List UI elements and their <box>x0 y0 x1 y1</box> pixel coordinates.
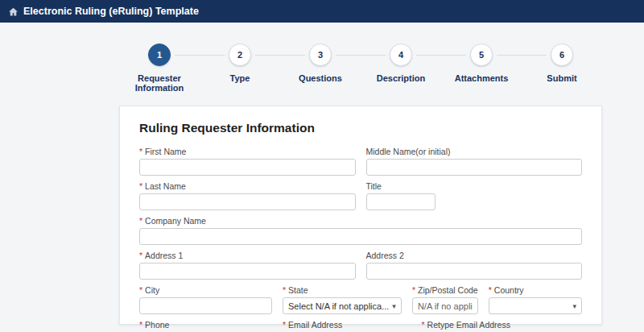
step-questions[interactable]: 3 Questions <box>280 44 361 93</box>
step-label: Description <box>377 73 426 83</box>
field-last-name: *Last Name <box>139 181 356 210</box>
step-circle: 4 <box>390 44 412 66</box>
step-submit[interactable]: 6 Submit <box>522 44 602 93</box>
state-selected-value: Select N/A if not applica... <box>288 301 389 311</box>
field-email: *Email Address <box>283 320 411 332</box>
company-name-input[interactable] <box>139 228 582 245</box>
required-marker: * <box>139 320 142 330</box>
form-row: *Last Name Title <box>139 181 582 210</box>
step-label: Questions <box>299 73 342 83</box>
middle-name-input[interactable] <box>366 159 583 176</box>
country-select[interactable]: ▾ <box>489 297 582 314</box>
middle-name-label: Middle Name(or initial) <box>366 147 583 156</box>
field-title: Title <box>366 181 583 210</box>
wizard-stepper: 1 Requester Information 2 Type 3 Questio… <box>119 44 602 93</box>
required-marker: * <box>139 216 142 226</box>
step-label: Type <box>230 73 250 83</box>
retype-email-label: *Retype Email Address <box>422 320 583 330</box>
app-header: Electronic Ruling (eRuling) Template <box>0 0 644 23</box>
zip-input[interactable] <box>412 297 478 314</box>
zip-label: *Zip/Postal Code <box>412 285 478 295</box>
field-middle-name: Middle Name(or initial) <box>366 147 583 176</box>
form-title: Ruling Requester Information <box>139 121 582 135</box>
field-zip: *Zip/Postal Code <box>412 285 478 314</box>
required-marker: * <box>283 285 286 295</box>
step-label: Submit <box>547 73 576 83</box>
step-circle: 1 <box>148 44 171 66</box>
title-input[interactable] <box>366 193 436 210</box>
last-name-label: *Last Name <box>139 181 356 191</box>
page-title: Electronic Ruling (eRuling) Template <box>23 6 199 17</box>
required-marker: * <box>139 285 142 295</box>
address1-input[interactable] <box>139 263 356 280</box>
step-description[interactable]: 4 Description <box>361 44 441 93</box>
step-circle: 6 <box>551 44 573 66</box>
email-label: *Email Address <box>283 320 411 330</box>
step-label: Attachments <box>455 73 509 83</box>
required-marker: * <box>422 320 425 330</box>
field-first-name: *First Name <box>139 147 356 176</box>
step-circle: 3 <box>309 44 332 66</box>
required-marker: * <box>489 285 492 295</box>
required-marker: * <box>283 320 286 330</box>
form-row: *Company Name <box>139 216 582 245</box>
title-label: Title <box>366 181 583 191</box>
field-retype-email: *Retype Email Address <box>422 320 583 332</box>
address2-input[interactable] <box>366 263 583 280</box>
step-circle: 2 <box>229 44 251 66</box>
city-input[interactable] <box>139 297 272 314</box>
step-label: Requester Information <box>119 73 200 93</box>
home-icon[interactable] <box>8 6 19 17</box>
required-marker: * <box>139 147 142 156</box>
field-address2: Address 2 <box>366 251 583 280</box>
address2-label: Address 2 <box>366 251 583 260</box>
form-row: *Phone *Email Address *Retype Email Addr… <box>139 320 582 332</box>
form-row: *City *State Select N/A if not applica..… <box>139 285 582 314</box>
required-marker: * <box>139 251 142 260</box>
field-country: *Country ▾ <box>489 285 582 314</box>
state-select[interactable]: Select N/A if not applica... ▾ <box>283 297 402 314</box>
form-row: *First Name Middle Name(or initial) <box>139 147 582 176</box>
chevron-down-icon: ▾ <box>572 302 576 310</box>
step-type[interactable]: 2 Type <box>200 44 280 93</box>
city-label: *City <box>139 285 272 295</box>
state-label: *State <box>283 285 402 295</box>
required-marker: * <box>139 181 142 191</box>
company-name-label: *Company Name <box>139 216 582 226</box>
last-name-input[interactable] <box>139 193 356 210</box>
field-phone: *Phone <box>139 320 272 332</box>
field-address1: *Address 1 <box>139 251 356 280</box>
required-marker: * <box>412 285 415 295</box>
address1-label: *Address 1 <box>139 251 356 260</box>
field-state: *State Select N/A if not applica... ▾ <box>283 285 402 314</box>
chevron-down-icon: ▾ <box>392 302 396 310</box>
field-company-name: *Company Name <box>139 216 582 245</box>
field-city: *City <box>139 285 272 314</box>
step-attachments[interactable]: 5 Attachments <box>441 44 522 93</box>
first-name-input[interactable] <box>139 159 356 176</box>
step-requester-information[interactable]: 1 Requester Information <box>119 44 200 93</box>
phone-label: *Phone <box>139 320 272 330</box>
form-card: Ruling Requester Information *First Name… <box>119 106 602 325</box>
step-circle: 5 <box>470 44 493 66</box>
form-row: *Address 1 Address 2 <box>139 251 582 280</box>
first-name-label: *First Name <box>139 147 356 156</box>
country-label: *Country <box>489 285 582 295</box>
